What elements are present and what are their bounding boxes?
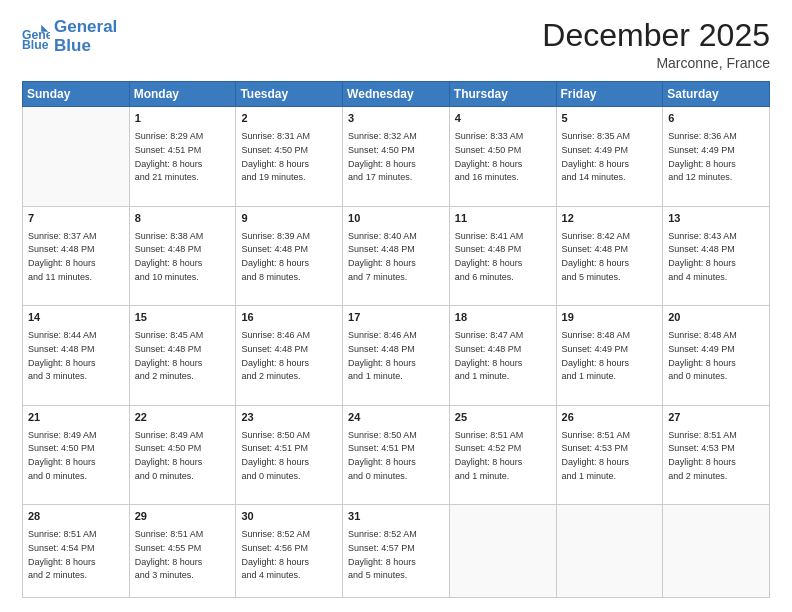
cell-text-line: and 12 minutes. (668, 172, 732, 182)
cell-text-line: and 17 minutes. (348, 172, 412, 182)
cell-text-line: Sunrise: 8:50 AM (348, 430, 417, 440)
calendar-cell: 23Sunrise: 8:50 AMSunset: 4:51 PMDayligh… (236, 405, 343, 505)
cell-text-line: Sunset: 4:53 PM (562, 443, 629, 453)
calendar-cell: 16Sunrise: 8:46 AMSunset: 4:48 PMDayligh… (236, 306, 343, 406)
cell-text-line: Sunrise: 8:44 AM (28, 330, 97, 340)
calendar-cell: 17Sunrise: 8:46 AMSunset: 4:48 PMDayligh… (343, 306, 450, 406)
logo: General Blue General Blue (22, 18, 117, 55)
cell-text-line: and 1 minute. (348, 371, 403, 381)
cell-text-line: Sunset: 4:49 PM (562, 145, 629, 155)
day-number: 1 (135, 111, 231, 127)
cell-text-line: Sunset: 4:48 PM (135, 244, 202, 254)
calendar-cell: 28Sunrise: 8:51 AMSunset: 4:54 PMDayligh… (23, 505, 130, 598)
cell-text-line: Sunset: 4:54 PM (28, 543, 95, 553)
cell-text-line: Sunrise: 8:49 AM (28, 430, 97, 440)
cell-text-line: Sunset: 4:48 PM (28, 244, 95, 254)
cell-text-line: Sunset: 4:53 PM (668, 443, 735, 453)
day-number: 31 (348, 509, 444, 525)
cell-text-line: Sunrise: 8:48 AM (668, 330, 737, 340)
day-number: 22 (135, 410, 231, 426)
cell-text-line: Sunrise: 8:51 AM (28, 529, 97, 539)
calendar-cell: 19Sunrise: 8:48 AMSunset: 4:49 PMDayligh… (556, 306, 663, 406)
calendar-cell: 3Sunrise: 8:32 AMSunset: 4:50 PMDaylight… (343, 107, 450, 207)
calendar-cell: 24Sunrise: 8:50 AMSunset: 4:51 PMDayligh… (343, 405, 450, 505)
cell-text-line: and 1 minute. (562, 371, 617, 381)
day-number: 21 (28, 410, 124, 426)
cell-text-line: and 6 minutes. (455, 272, 514, 282)
cell-text-line: Sunset: 4:48 PM (348, 244, 415, 254)
day-number: 7 (28, 211, 124, 227)
cell-text-line: Daylight: 8 hours (28, 258, 96, 268)
cell-text-line: and 0 minutes. (348, 471, 407, 481)
cell-text-line: Sunrise: 8:47 AM (455, 330, 524, 340)
calendar-cell: 2Sunrise: 8:31 AMSunset: 4:50 PMDaylight… (236, 107, 343, 207)
cell-text-line: Daylight: 8 hours (348, 457, 416, 467)
calendar-cell: 8Sunrise: 8:38 AMSunset: 4:48 PMDaylight… (129, 206, 236, 306)
calendar-cell: 31Sunrise: 8:52 AMSunset: 4:57 PMDayligh… (343, 505, 450, 598)
cell-text-line: Daylight: 8 hours (135, 457, 203, 467)
calendar-cell: 30Sunrise: 8:52 AMSunset: 4:56 PMDayligh… (236, 505, 343, 598)
svg-text:Blue: Blue (22, 38, 49, 51)
calendar-week-row-0: 1Sunrise: 8:29 AMSunset: 4:51 PMDaylight… (23, 107, 770, 207)
cell-text-line: Daylight: 8 hours (562, 358, 630, 368)
cell-text-line: Daylight: 8 hours (348, 159, 416, 169)
calendar-cell: 25Sunrise: 8:51 AMSunset: 4:52 PMDayligh… (449, 405, 556, 505)
cell-text-line: Sunrise: 8:31 AM (241, 131, 310, 141)
cell-text-line: Daylight: 8 hours (348, 358, 416, 368)
cell-text-line: Sunrise: 8:41 AM (455, 231, 524, 241)
cell-text-line: and 3 minutes. (28, 371, 87, 381)
cell-text-line: Daylight: 8 hours (241, 258, 309, 268)
cell-text-line: Sunrise: 8:52 AM (241, 529, 310, 539)
cell-text-line: Sunrise: 8:50 AM (241, 430, 310, 440)
cell-text-line: and 0 minutes. (668, 371, 727, 381)
day-number: 10 (348, 211, 444, 227)
calendar-weekday-friday: Friday (556, 82, 663, 107)
month-title: December 2025 (542, 18, 770, 53)
day-number: 25 (455, 410, 551, 426)
day-number: 27 (668, 410, 764, 426)
logo-text-blue: Blue (54, 37, 117, 56)
calendar-week-row-4: 28Sunrise: 8:51 AMSunset: 4:54 PMDayligh… (23, 505, 770, 598)
cell-text-line: Sunrise: 8:39 AM (241, 231, 310, 241)
day-number: 18 (455, 310, 551, 326)
cell-text-line: Sunrise: 8:33 AM (455, 131, 524, 141)
logo-icon: General Blue (22, 23, 50, 51)
cell-text-line: and 2 minutes. (28, 570, 87, 580)
cell-text-line: and 10 minutes. (135, 272, 199, 282)
calendar-cell: 5Sunrise: 8:35 AMSunset: 4:49 PMDaylight… (556, 107, 663, 207)
cell-text-line: Sunset: 4:50 PM (28, 443, 95, 453)
calendar-cell: 27Sunrise: 8:51 AMSunset: 4:53 PMDayligh… (663, 405, 770, 505)
cell-text-line: Sunset: 4:48 PM (241, 244, 308, 254)
calendar-cell: 9Sunrise: 8:39 AMSunset: 4:48 PMDaylight… (236, 206, 343, 306)
cell-text-line: and 1 minute. (455, 371, 510, 381)
cell-text-line: Daylight: 8 hours (241, 358, 309, 368)
cell-text-line: and 0 minutes. (135, 471, 194, 481)
cell-text-line: Sunset: 4:49 PM (668, 145, 735, 155)
cell-text-line: and 14 minutes. (562, 172, 626, 182)
cell-text-line: Sunrise: 8:42 AM (562, 231, 631, 241)
day-number: 20 (668, 310, 764, 326)
cell-text-line: Sunrise: 8:51 AM (135, 529, 204, 539)
cell-text-line: Daylight: 8 hours (668, 457, 736, 467)
cell-text-line: Daylight: 8 hours (455, 358, 523, 368)
cell-text-line: Daylight: 8 hours (28, 557, 96, 567)
cell-text-line: Daylight: 8 hours (28, 358, 96, 368)
cell-text-line: Sunset: 4:48 PM (28, 344, 95, 354)
cell-text-line: Sunset: 4:55 PM (135, 543, 202, 553)
calendar-cell: 1Sunrise: 8:29 AMSunset: 4:51 PMDaylight… (129, 107, 236, 207)
calendar-weekday-tuesday: Tuesday (236, 82, 343, 107)
cell-text-line: and 19 minutes. (241, 172, 305, 182)
cell-text-line: Daylight: 8 hours (135, 159, 203, 169)
day-number: 9 (241, 211, 337, 227)
calendar-cell: 10Sunrise: 8:40 AMSunset: 4:48 PMDayligh… (343, 206, 450, 306)
day-number: 8 (135, 211, 231, 227)
cell-text-line: and 2 minutes. (135, 371, 194, 381)
cell-text-line: and 8 minutes. (241, 272, 300, 282)
calendar-cell: 13Sunrise: 8:43 AMSunset: 4:48 PMDayligh… (663, 206, 770, 306)
cell-text-line: Daylight: 8 hours (455, 159, 523, 169)
cell-text-line: Daylight: 8 hours (668, 258, 736, 268)
header: General Blue General Blue December 2025 … (22, 18, 770, 71)
cell-text-line: Daylight: 8 hours (455, 258, 523, 268)
cell-text-line: Sunset: 4:50 PM (241, 145, 308, 155)
cell-text-line: and 21 minutes. (135, 172, 199, 182)
